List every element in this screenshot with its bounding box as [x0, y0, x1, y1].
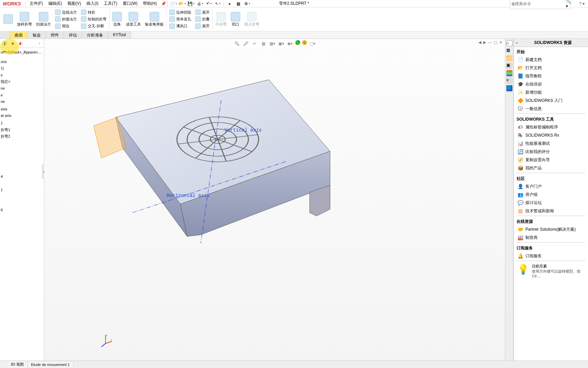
- tree-node[interactable]: axis: [1, 106, 43, 113]
- help-button[interactable]: ? ▾: [579, 1, 585, 6]
- tab-features[interactable]: [0, 31, 10, 39]
- undo-icon[interactable]: ↶: [206, 1, 212, 7]
- bottom-tab-model[interactable]: [0, 364, 7, 365]
- menu-tools[interactable]: 工具(T): [101, 0, 120, 7]
- item-partner-solutions[interactable]: 🤝Partner Solutions(解决方案): [514, 225, 588, 233]
- pin-icon[interactable]: 📌: [161, 1, 166, 6]
- command-search[interactable]: ◎ 🔍▾: [510, 0, 571, 9]
- save-icon[interactable]: 💾: [188, 1, 194, 7]
- view-triad-icon[interactable]: y x z: [99, 333, 112, 347]
- item-copy-settings[interactable]: 🧭复制设置向导: [514, 156, 588, 164]
- tree-node[interactable]: 折弯1: [1, 127, 43, 134]
- menu-window[interactable]: 窗口(W): [120, 0, 140, 7]
- bottom-tab-3dview[interactable]: 3D 视图: [7, 361, 28, 368]
- cmd-unfold[interactable]: 展开: [195, 9, 210, 15]
- cmd-rip[interactable]: 切口: [229, 8, 242, 30]
- tab-surface[interactable]: 曲面: [10, 31, 28, 39]
- item-online-training[interactable]: 🎓在线培训: [514, 80, 588, 88]
- item-my-products[interactable]: 📦我的产品: [514, 164, 588, 172]
- tab-view-palette-icon[interactable]: ▣: [506, 63, 512, 69]
- tree-node[interactable]: 指定>: [1, 78, 43, 85]
- item-user-group[interactable]: 👥用户组: [514, 190, 588, 199]
- item-general-info[interactable]: ⓘ一般信息: [514, 105, 588, 113]
- item-introduction[interactable]: 🔶SOLIDWORKS 入门: [514, 96, 588, 105]
- menu-file[interactable]: 文件(F): [27, 0, 46, 7]
- tab-forum-icon[interactable]: 🌐: [506, 85, 512, 91]
- search-icon[interactable]: 🔍▾: [566, 0, 571, 9]
- taskpane-collapse-icon[interactable]: «: [516, 41, 518, 45]
- tree-expand-icon[interactable]: ›: [36, 40, 43, 46]
- tree-node[interactable]: 1: [1, 120, 43, 127]
- pane-prev-icon[interactable]: ◀: [478, 40, 481, 45]
- pane-max-icon[interactable]: ▢: [494, 40, 497, 45]
- tree-tab-property-icon[interactable]: ◈: [10, 40, 16, 46]
- tab-design-library-icon[interactable]: ▦: [506, 48, 512, 54]
- tree-node[interactable]: s: [1, 72, 43, 79]
- menu-help[interactable]: 帮助(H): [140, 0, 160, 7]
- cmd-jog[interactable]: 转折: [80, 9, 107, 15]
- cmd-miter-flange[interactable]: 斜接法兰: [54, 16, 78, 22]
- tree-node[interactable]: al axis: [1, 112, 43, 119]
- menu-view[interactable]: 视图(V): [65, 0, 84, 7]
- cmd-swept-flange[interactable]: 扫描法兰: [34, 8, 53, 30]
- item-forum[interactable]: 💬探讨论坛: [514, 199, 588, 207]
- tree-node[interactable]: ons: [1, 59, 43, 65]
- tree-node[interactable]: ne: [1, 98, 43, 105]
- cmd-corner[interactable]: 边角: [110, 8, 124, 30]
- tab-resources-icon[interactable]: ⌂: [506, 40, 512, 46]
- item-open-doc[interactable]: 📂打开文档: [514, 64, 588, 72]
- item-benchmark[interactable]: 📊性能基准测试: [514, 139, 588, 148]
- tab-sheetmetal[interactable]: 钣金: [28, 31, 46, 39]
- search-input[interactable]: [515, 1, 566, 6]
- tree-node[interactable]: ne: [1, 85, 43, 92]
- cmd-edge-flange[interactable]: 边线法兰: [54, 9, 78, 15]
- print-icon[interactable]: 🖨: [197, 1, 203, 7]
- cmd-sketched-bend[interactable]: 绘制的折弯: [80, 16, 107, 22]
- tree-node[interactable]: 6: [1, 207, 43, 214]
- item-tutorials[interactable]: 📘指导教程: [514, 72, 588, 80]
- cmd-flatten[interactable]: 展开: [195, 23, 210, 29]
- tree-node[interactable]: 1: [1, 187, 43, 194]
- tab-kytool[interactable]: KYTool: [108, 31, 131, 39]
- item-news[interactable]: ▧技术警戒和新闻: [514, 207, 588, 215]
- options-icon[interactable]: ▦: [235, 1, 242, 7]
- open-icon[interactable]: 📂: [179, 1, 185, 7]
- tree-node[interactable]: 折弯2: [1, 133, 43, 140]
- item-manufacturers[interactable]: 🏭制造商: [514, 233, 588, 242]
- bottom-tab-motion[interactable]: Etude de mouvement 1: [28, 362, 74, 367]
- menu-insert[interactable]: 插入(I): [84, 0, 101, 7]
- item-tag-editor[interactable]: 🏷属性标签编制程序: [514, 123, 588, 131]
- item-customer-portal[interactable]: 👤客户门户: [514, 182, 588, 190]
- tree-content[interactable]: ut<<Défaut>_Apparence Et… ons 1) s 指定> n…: [0, 48, 44, 215]
- tab-custom-props-icon[interactable]: ≡: [506, 78, 512, 84]
- pane-close-icon[interactable]: ✕: [499, 40, 502, 45]
- scene-icon[interactable]: ▾: [302, 40, 307, 45]
- item-subscription[interactable]: 🔔订阅服务: [514, 252, 588, 260]
- tree-config[interactable]: ut<<Défaut>_Apparence Et…: [1, 49, 43, 56]
- pane-min-icon[interactable]: —: [488, 40, 492, 45]
- new-icon[interactable]: 📄: [170, 1, 177, 7]
- menu-edit[interactable]: 编辑(E): [46, 0, 65, 7]
- cmd-simple-hole[interactable]: 简单直孔: [169, 16, 192, 22]
- cmd-fold[interactable]: 折叠: [195, 16, 210, 22]
- item-whats-new[interactable]: ✨新增功能: [514, 88, 588, 96]
- cmd-vent[interactable]: 通风口: [169, 23, 192, 29]
- rebuild-icon[interactable]: ●: [227, 1, 233, 7]
- select-icon[interactable]: ↖: [215, 1, 221, 7]
- cmd-cross-break[interactable]: 交叉-折断: [80, 23, 107, 29]
- tab-appearances-icon[interactable]: [506, 70, 512, 76]
- item-new-doc[interactable]: 📄新建文档: [514, 56, 588, 64]
- cmd-baseflange[interactable]: [1, 8, 15, 30]
- tree-node[interactable]: 4: [1, 173, 43, 180]
- item-rx[interactable]: ℞SOLIDWORKS Rx: [514, 131, 588, 139]
- appearance-icon[interactable]: [295, 40, 300, 45]
- cmd-gusset[interactable]: 钣金角撑板: [143, 8, 166, 30]
- tree-node[interactable]: 1): [1, 65, 43, 72]
- tab-evaluate[interactable]: 评估: [64, 31, 82, 39]
- pane-next-icon[interactable]: ▶: [483, 40, 486, 45]
- cmd-extrude-cut[interactable]: 拉伸切除: [169, 9, 192, 15]
- cmd-hem[interactable]: 褶边: [54, 23, 78, 29]
- tab-prepare[interactable]: 分析准备: [82, 31, 108, 39]
- item-compare-score[interactable]: 🔄比较我的评分: [514, 148, 588, 156]
- cmd-lofted-bend[interactable]: 放样折弯: [15, 8, 34, 30]
